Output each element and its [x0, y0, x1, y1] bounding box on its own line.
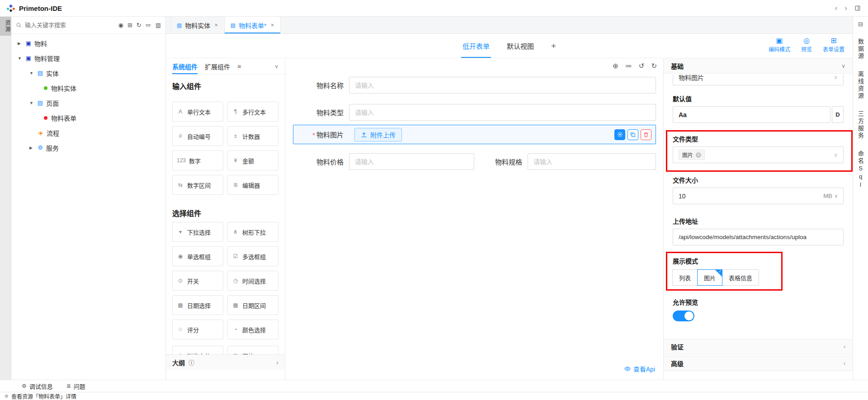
palette-component[interactable]: ¶ 多行文本: [227, 102, 278, 122]
field-row-material-type[interactable]: 物料类型: [293, 104, 656, 121]
editor-tab[interactable]: ▤ 物料表单* ✕: [225, 17, 281, 33]
expander-icon[interactable]: ▼: [29, 101, 36, 105]
tree-item[interactable]: ▶ ▣ 物料: [11, 36, 165, 51]
material-spec-input[interactable]: [528, 153, 656, 170]
material-price-input[interactable]: [349, 153, 474, 170]
palette-menu-icon[interactable]: ≡: [237, 63, 241, 70]
editor-tab[interactable]: ▤ 物料实体 ✕: [170, 17, 225, 33]
palette-collapse-icon[interactable]: ∨: [274, 63, 278, 70]
field-row-material-name[interactable]: 物料名称: [293, 77, 656, 94]
palette-component[interactable]: ⊙ 开关: [172, 271, 223, 291]
default-value-input[interactable]: Aa: [673, 106, 830, 123]
explorer-tool-icon[interactable]: ▥: [156, 22, 161, 28]
field-name-select[interactable]: 物料图片 ∨: [673, 75, 844, 85]
tree-item[interactable]: ◈ 流程: [11, 125, 165, 140]
info-icon: ⓘ: [189, 358, 194, 367]
nav-forward-icon[interactable]: ›: [844, 4, 847, 13]
tab-extended-components[interactable]: 扩展组件: [205, 58, 230, 74]
palette-component[interactable]: ¥ 金额: [227, 151, 278, 170]
palette-component[interactable]: ⋔ 树形下拉: [227, 222, 278, 242]
tag-remove-icon[interactable]: ✕: [696, 152, 701, 158]
view-api-link[interactable]: 查看Api: [624, 364, 655, 373]
canvas-toolbar: ⊕≔↺↻: [613, 62, 657, 70]
palette-component[interactable]: ▨ 图片: [227, 346, 278, 354]
expander-icon[interactable]: ▼: [29, 71, 36, 75]
field-copy-button[interactable]: [627, 129, 638, 140]
palette-component[interactable]: ≣ 编辑器: [227, 175, 278, 195]
explorer-tool-icon[interactable]: ⊞: [127, 22, 132, 28]
file-type-select[interactable]: 图片 ✕ ∨: [673, 146, 844, 163]
canvas-tool-icon[interactable]: ↻: [651, 62, 657, 70]
display-mode-option[interactable]: 表格信息: [722, 269, 759, 286]
expander-icon[interactable]: ▶: [18, 41, 24, 46]
palette-component[interactable]: ▦ 日期选择: [172, 295, 223, 315]
expander-icon[interactable]: ▶: [29, 146, 36, 150]
palette-component[interactable]: ± 计数器: [227, 126, 278, 146]
chevron-right-icon[interactable]: ›: [276, 358, 278, 366]
nav-back-icon[interactable]: ‹: [835, 4, 838, 13]
tab-system-components[interactable]: 系统组件: [172, 58, 198, 74]
tab-default-view[interactable]: 默认视图: [507, 34, 534, 58]
tree-item[interactable]: 物料实体: [11, 80, 165, 95]
canvas-tool-icon[interactable]: ≔: [625, 62, 632, 70]
palette-component[interactable]: ⇆ 数字区间: [172, 175, 223, 195]
view-action-button[interactable]: ◎ 预览: [801, 37, 812, 53]
file-size-unit-select[interactable]: MB ∨: [823, 193, 838, 199]
display-mode-option[interactable]: 列表: [672, 269, 698, 286]
palette-component[interactable]: ☆ 评分: [172, 320, 223, 339]
explorer-tool-icon[interactable]: ↻: [137, 22, 142, 28]
field-settings-button[interactable]: [614, 129, 625, 140]
palette-component[interactable]: ☑ 多选框组: [227, 246, 278, 266]
palette-component[interactable]: ▦ 日期区间: [227, 295, 278, 315]
palette-component[interactable]: A 单行文本: [172, 102, 223, 122]
tree-item[interactable]: ▼ ▤ 页面: [11, 95, 165, 110]
upload-url-input[interactable]: /api/lowcode/models/attachments/actions/…: [673, 229, 844, 245]
canvas-tool-icon[interactable]: ⊕: [613, 62, 618, 70]
tree-item[interactable]: 物料表单: [11, 110, 165, 125]
right-strip-tab[interactable]: 离线资源: [856, 71, 865, 100]
resources-strip-tab[interactable]: 资源: [0, 17, 11, 36]
attachment-upload-button[interactable]: 附件上传: [354, 128, 402, 141]
palette-component[interactable]: ◉ 单选框组: [172, 246, 223, 266]
material-name-input[interactable]: [349, 77, 656, 94]
component-icon: ≣: [232, 182, 239, 188]
tab-lowcode-form[interactable]: 低开表单: [462, 34, 490, 58]
tree-item[interactable]: ▶ ⚙ 服务: [11, 140, 165, 155]
palette-component[interactable]: ⇧ 附件上传: [172, 346, 223, 354]
close-icon[interactable]: ✕: [214, 23, 218, 28]
palette-component[interactable]: 123 数字: [172, 151, 223, 170]
search-input[interactable]: [25, 22, 115, 28]
tree-item[interactable]: ▼ ▤ 实体: [11, 66, 165, 80]
field-delete-button[interactable]: [641, 129, 651, 140]
view-action-button[interactable]: ▣ 编码模式: [769, 37, 790, 53]
selected-field-material-image[interactable]: *物料图片 附件上传: [293, 125, 656, 144]
right-strip-tab[interactable]: 数据源: [856, 38, 865, 60]
outline-bar[interactable]: 大纲 ⓘ ›: [166, 354, 285, 370]
file-size-input[interactable]: 10 MB ∨: [673, 188, 844, 204]
expander-icon[interactable]: ▼: [18, 56, 24, 61]
explorer-tool-icon[interactable]: ≔: [146, 22, 151, 28]
explorer-tool-icon[interactable]: ◉: [118, 22, 123, 28]
debug-bar-item[interactable]: ≣ 问题: [66, 382, 85, 391]
add-view-button[interactable]: +: [551, 41, 556, 51]
view-action-button[interactable]: ⊞ 表单设置: [823, 37, 844, 53]
right-strip-tab[interactable]: 命名Sql: [856, 151, 865, 189]
field-row-price-spec[interactable]: 物料价格 物料规格: [293, 153, 656, 170]
section-basic-header[interactable]: 基础 ∨: [664, 58, 853, 74]
default-suffix-button[interactable]: D: [832, 106, 844, 123]
palette-component[interactable]: ▾ 下拉选择: [172, 222, 223, 242]
canvas-tool-icon[interactable]: ↺: [639, 62, 645, 70]
right-strip-tab[interactable]: 三方服务: [856, 111, 865, 140]
section-advanced-header[interactable]: 高级 ›: [664, 356, 853, 371]
section-validate-header[interactable]: 验证 ›: [664, 339, 853, 354]
tree-item[interactable]: ▼ ▣ 物料管理: [11, 51, 165, 66]
display-mode-option[interactable]: 图片: [697, 269, 722, 286]
material-type-input[interactable]: [349, 104, 656, 121]
preview-toggle[interactable]: [673, 311, 694, 321]
close-icon[interactable]: ✕: [271, 23, 274, 28]
debug-bar-item[interactable]: ⚙ 调试信息: [22, 382, 53, 391]
palette-component[interactable]: ◔ 颜色选择: [227, 320, 278, 339]
palette-component[interactable]: # 自动编号: [172, 126, 223, 146]
palette-component[interactable]: ◷ 时间选择: [227, 271, 278, 291]
layout-toggle-icon[interactable]: [854, 5, 861, 11]
